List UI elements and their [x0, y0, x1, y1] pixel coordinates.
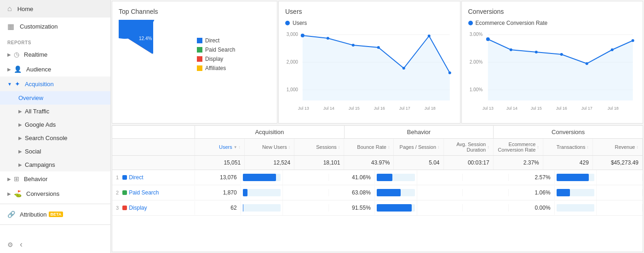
- sidebar: ⌂ Home ▦ Customization REPORTS ▶ ◷ Realt…: [0, 0, 111, 253]
- sidebar-item-realtime[interactable]: ▶ ◷ Realtime: [0, 47, 110, 62]
- conversions-legend-label: Ecommerce Conversion Rate: [476, 20, 548, 26]
- total-channel-cell: [112, 156, 195, 170]
- svg-text:Jul 18: Jul 18: [607, 106, 618, 111]
- sidebar-item-search-console[interactable]: ▶ Search Console: [0, 131, 110, 145]
- sidebar-item-attribution[interactable]: 🔗 Attribution BETA: [0, 207, 110, 222]
- col-channel[interactable]: [112, 139, 195, 155]
- legend-affiliates: Affiliates: [197, 65, 235, 71]
- col-new-users[interactable]: New Users ↕: [245, 139, 294, 155]
- conversions-legend-dot: [468, 21, 473, 25]
- total-transactions: 429: [543, 156, 593, 170]
- svg-text:Jul 14: Jul 14: [506, 106, 517, 111]
- sidebar-item-google-ads[interactable]: ▶ Google Ads: [0, 118, 110, 131]
- pie-area: 86.9% 12.4% Direct Paid Search: [119, 20, 270, 89]
- sidebar-item-customization[interactable]: ▦ Customization: [0, 18, 110, 35]
- sidebar-item-settings[interactable]: ⚙ ‹: [0, 236, 110, 253]
- channel-link-0[interactable]: Direct: [129, 174, 143, 181]
- row-ecomm-bar-1: [555, 185, 597, 200]
- sidebar-social-label: Social: [25, 148, 41, 155]
- row-bounce-rate-0: 41.06%: [329, 171, 375, 184]
- col-avg-session[interactable]: Avg. Session Duration ↕: [444, 139, 494, 155]
- acquisition-icon: ✦: [15, 80, 20, 88]
- users-chart-legend: Users: [285, 20, 454, 26]
- svg-text:2,000: 2,000: [287, 59, 298, 65]
- sidebar-item-home[interactable]: ⌂ Home: [0, 0, 110, 18]
- table-row: 3 Display 62 91.55% 0.00%: [112, 200, 643, 216]
- legend-direct-dot: [197, 38, 202, 43]
- sidebar-item-all-traffic[interactable]: ▶ All Traffic: [0, 105, 110, 118]
- total-sessions: 18,101: [294, 156, 344, 170]
- sidebar-behavior-label: Behavior: [24, 176, 47, 182]
- row-users-1: 1,870: [195, 186, 241, 200]
- row-sessions-1: [283, 189, 329, 196]
- col-revenue[interactable]: Revenue ↕: [593, 139, 643, 155]
- col-ecomm-rate[interactable]: Ecommerce Conversion Rate ↕: [494, 139, 543, 155]
- svg-point-8: [327, 37, 329, 40]
- customization-icon: ▦: [7, 22, 14, 31]
- row-channel-0: 1 Direct: [112, 171, 195, 184]
- sidebar-divider-2: [0, 224, 110, 225]
- users-panel: Users Users 3,000 2,000 1,000: [278, 1, 460, 124]
- users-legend-dot: [285, 21, 290, 25]
- sidebar-item-acquisition[interactable]: ▼ ✦ Acquisition: [0, 76, 110, 91]
- legend-direct-label: Direct: [205, 37, 219, 44]
- svg-point-7: [301, 34, 305, 37]
- realtime-icon: ◷: [14, 51, 19, 58]
- svg-text:1,000: 1,000: [287, 87, 298, 92]
- conversions-panel: Conversions Ecommerce Conversion Rate 3.…: [461, 1, 644, 124]
- top-channels-panel: Top Channels: [112, 1, 277, 124]
- row-transactions-1: [597, 189, 643, 196]
- svg-text:Jul 17: Jul 17: [399, 106, 410, 111]
- campaigns-arrow: ▶: [18, 162, 22, 167]
- column-headers: Users ▼ ↕ New Users ↕ Sessions ↕ Bounce …: [112, 139, 643, 156]
- col-users[interactable]: Users ▼ ↕: [195, 139, 245, 155]
- settings-icon: ⚙: [7, 241, 13, 248]
- svg-text:Jul 16: Jul 16: [374, 106, 385, 111]
- sidebar-search-console-label: Search Console: [25, 135, 68, 141]
- sidebar-item-social[interactable]: ▶ Social: [0, 145, 110, 158]
- legend-display-dot: [197, 56, 202, 62]
- svg-text:Jul 13: Jul 13: [298, 106, 309, 111]
- total-avg-session: 00:03:17: [444, 156, 494, 170]
- pie-chart: 86.9% 12.4%: [119, 20, 188, 89]
- sidebar-item-behavior[interactable]: ▶ ⊞ Behavior: [0, 171, 110, 186]
- svg-point-27: [486, 37, 489, 41]
- conversions-title: Conversions: [468, 8, 637, 15]
- svg-point-33: [631, 39, 634, 42]
- channel-link-1[interactable]: Paid Search: [129, 189, 159, 196]
- row-channel-1: 2 Paid Search: [112, 186, 195, 200]
- svg-marker-26: [488, 39, 632, 100]
- search-console-arrow: ▶: [18, 135, 22, 141]
- conversions-icon: ⛳: [14, 190, 22, 197]
- acquisition-section-header: Acquisition: [195, 126, 345, 138]
- collapse-sidebar-button[interactable]: ‹: [20, 240, 23, 249]
- sidebar-item-conversions[interactable]: ▶ ⛳ Conversions: [0, 186, 110, 201]
- sidebar-acquisition-label: Acquisition: [25, 81, 54, 88]
- legend-affiliates-label: Affiliates: [205, 65, 226, 71]
- row-ecomm-bar-2: [555, 200, 597, 215]
- svg-text:Jul 16: Jul 16: [556, 106, 567, 111]
- sidebar-realtime-label: Realtime: [24, 51, 47, 58]
- channel-link-2[interactable]: Display: [129, 205, 147, 211]
- row-users-0: 13,076: [195, 171, 241, 184]
- sidebar-item-campaigns[interactable]: ▶ Campaigns: [0, 158, 110, 171]
- row-avg-1: [463, 189, 509, 196]
- col-transactions[interactable]: Transactions ↕: [543, 139, 593, 155]
- sidebar-audience-label: Audience: [26, 66, 51, 73]
- sidebar-item-overview[interactable]: Overview: [0, 91, 110, 105]
- svg-point-12: [428, 35, 431, 37]
- col-pages-session[interactable]: Pages / Session ↕: [394, 139, 443, 155]
- row-bounce-bar-2: [375, 200, 417, 215]
- top-channels-title: Top Channels: [119, 8, 270, 15]
- svg-text:Jul 13: Jul 13: [482, 106, 493, 111]
- sidebar-campaigns-label: Campaigns: [25, 161, 55, 168]
- col-sessions[interactable]: Sessions ↕: [294, 139, 344, 155]
- col-bounce-rate[interactable]: Bounce Rate ↕: [344, 139, 394, 155]
- table-row: 1 Direct 13,076 41.06% 2.57%: [112, 170, 643, 185]
- conversions-arrow: ▶: [7, 191, 11, 196]
- legend-paid-search-label: Paid Search: [205, 47, 235, 53]
- svg-point-29: [535, 51, 537, 53]
- svg-point-13: [448, 71, 451, 74]
- sidebar-item-audience[interactable]: ▶ 👤 Audience: [0, 62, 110, 76]
- row-transactions-2: [597, 204, 643, 212]
